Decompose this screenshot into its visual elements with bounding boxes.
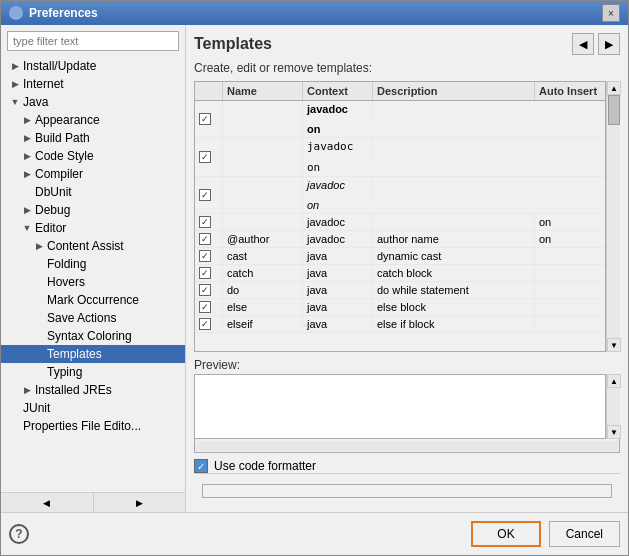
row-checkbox[interactable]: [199, 267, 211, 279]
row-auto-insert: [535, 316, 605, 332]
row-name: elseif: [223, 316, 303, 332]
row-description: catch block: [373, 265, 535, 281]
table-row: else java else block: [195, 299, 605, 316]
scroll-right-button[interactable]: ▶: [94, 493, 186, 512]
scroll-thumb[interactable]: [608, 95, 620, 125]
row-checkbox[interactable]: [199, 189, 211, 201]
row-context: javadoc: [303, 177, 373, 193]
cancel-button[interactable]: Cancel: [549, 521, 620, 547]
row-checkbox[interactable]: [199, 318, 211, 330]
row-checkbox-cell[interactable]: [195, 101, 223, 137]
sidebar-item-java[interactable]: ▼Java: [1, 93, 185, 111]
table-body[interactable]: javadoc on javadoc on javadoc on javadoc…: [195, 101, 605, 351]
sidebar-item-internet[interactable]: ▶Internet: [1, 75, 185, 93]
row-auto-insert: on: [535, 231, 605, 247]
row-checkbox[interactable]: [199, 216, 211, 228]
formatter-checkbox[interactable]: [194, 459, 208, 473]
sidebar-item-properties-file-editor[interactable]: Properties File Edito...: [1, 417, 185, 435]
row-checkbox-cell[interactable]: [195, 282, 223, 298]
ok-button[interactable]: OK: [471, 521, 540, 547]
tree-scroll[interactable]: ▶Install/Update▶Internet▼Java▶Appearance…: [1, 57, 185, 492]
row-context: javadoc: [303, 231, 373, 247]
row-context: java: [303, 265, 373, 281]
dialog-icon: [9, 6, 23, 20]
row-checkbox-cell[interactable]: [195, 214, 223, 230]
formatter-label: Use code formatter: [214, 459, 316, 473]
tree-label: Install/Update: [23, 59, 96, 73]
sidebar-item-compiler[interactable]: ▶Compiler: [1, 165, 185, 183]
row-checkbox-cell[interactable]: [195, 299, 223, 315]
row-checkbox-cell[interactable]: [195, 265, 223, 281]
row-checkbox[interactable]: [199, 301, 211, 313]
nav-fwd-button[interactable]: ▶: [598, 33, 620, 55]
tree-arrow: ▶: [21, 133, 33, 143]
bottom-hscroll[interactable]: [202, 484, 612, 498]
row-name: [223, 101, 303, 137]
row-checkbox[interactable]: [199, 250, 211, 262]
sidebar-item-syntax-coloring[interactable]: Syntax Coloring: [1, 327, 185, 345]
table-header-cell-4: Auto Insert: [535, 82, 605, 100]
tree-label: DbUnit: [35, 185, 72, 199]
table-row: @author javadoc author name on: [195, 231, 605, 248]
tree-label: Appearance: [35, 113, 100, 127]
tree-arrow: ▶: [21, 385, 33, 395]
table-row: cast java dynamic cast: [195, 248, 605, 265]
row-auto-insert: [535, 282, 605, 298]
sidebar-item-content-assist[interactable]: ▶Content Assist: [1, 237, 185, 255]
row-checkbox-cell[interactable]: [195, 231, 223, 247]
row-checkbox[interactable]: [199, 233, 211, 245]
row-checkbox-cell[interactable]: [195, 316, 223, 332]
sidebar-item-mark-occurrence[interactable]: Mark Occurrence: [1, 291, 185, 309]
row-checkbox-cell[interactable]: [195, 248, 223, 264]
preview-scrollbar[interactable]: ▲ ▼: [606, 374, 620, 439]
left-panel: ▶Install/Update▶Internet▼Java▶Appearance…: [1, 25, 186, 512]
tree-label: Editor: [35, 221, 66, 235]
filter-input[interactable]: [7, 31, 179, 51]
sidebar-item-build-path[interactable]: ▶Build Path: [1, 129, 185, 147]
row-description: else if block: [373, 316, 535, 332]
sidebar-item-hovers[interactable]: Hovers: [1, 273, 185, 291]
row-description: [373, 214, 535, 230]
tree-arrow: ▶: [21, 115, 33, 125]
sidebar-item-typing[interactable]: Typing: [1, 363, 185, 381]
row-checkbox[interactable]: [199, 284, 211, 296]
sidebar-item-appearance[interactable]: ▶Appearance: [1, 111, 185, 129]
title-bar: Preferences ×: [1, 1, 628, 25]
close-button[interactable]: ×: [602, 4, 620, 22]
sidebar-item-editor[interactable]: ▼Editor: [1, 219, 185, 237]
sidebar-item-junit[interactable]: JUnit: [1, 399, 185, 417]
sidebar-item-save-actions[interactable]: Save Actions: [1, 309, 185, 327]
row-name: [223, 214, 303, 230]
row-auto-insert: [535, 265, 605, 281]
dialog-title: Preferences: [29, 6, 98, 20]
table-scrollbar[interactable]: ▲ ▼: [606, 81, 620, 352]
formatter-row: Use code formatter: [194, 459, 620, 473]
table-header-cell-1: Name: [223, 82, 303, 100]
row-checkbox[interactable]: [199, 113, 211, 125]
nav-back-button[interactable]: ◀: [572, 33, 594, 55]
row-context: javadoc: [303, 138, 373, 155]
table-row: catch java catch block: [195, 265, 605, 282]
sidebar-item-folding[interactable]: Folding: [1, 255, 185, 273]
sidebar-item-debug[interactable]: ▶Debug: [1, 201, 185, 219]
help-button[interactable]: ?: [9, 524, 29, 544]
row-checkbox[interactable]: [199, 151, 211, 163]
scroll-up-button[interactable]: ▲: [607, 81, 621, 95]
sidebar-item-installed-jres[interactable]: ▶Installed JREs: [1, 381, 185, 399]
sidebar-item-templates[interactable]: Templates: [1, 345, 185, 363]
scroll-down-button[interactable]: ▼: [607, 338, 621, 352]
bottom-area: [194, 473, 620, 504]
sidebar-item-install-update[interactable]: ▶Install/Update: [1, 57, 185, 75]
tree-label: Internet: [23, 77, 64, 91]
row-description: dynamic cast: [373, 248, 535, 264]
scroll-left-button[interactable]: ◀: [1, 493, 94, 512]
row-description: else block: [373, 299, 535, 315]
table-header: NameContextDescriptionAuto Insert: [195, 82, 605, 101]
preview-hscroll[interactable]: [194, 439, 620, 453]
row-checkbox-cell[interactable]: [195, 138, 223, 176]
sidebar-item-code-style[interactable]: ▶Code Style: [1, 147, 185, 165]
sidebar-item-dbunit[interactable]: DbUnit: [1, 183, 185, 201]
row-checkbox-cell[interactable]: [195, 177, 223, 213]
tree-arrow: ▶: [21, 169, 33, 179]
tree-label: JUnit: [23, 401, 50, 415]
